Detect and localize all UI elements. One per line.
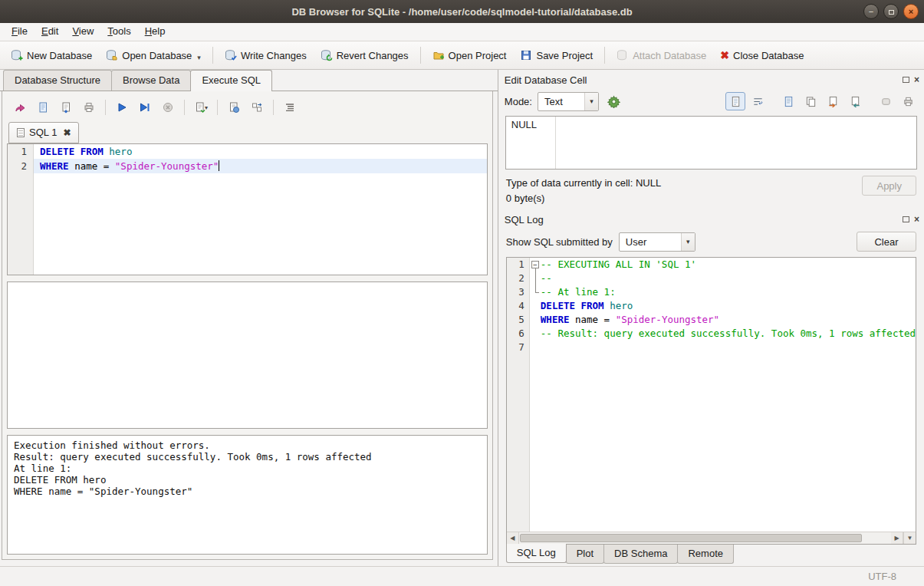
word-wrap-button[interactable] xyxy=(748,92,768,110)
new-database-button[interactable]: New Database xyxy=(5,46,98,64)
sql-tab[interactable]: SQL 1 ✖ xyxy=(8,122,79,143)
log-filter-select[interactable]: User ▾ xyxy=(619,232,695,252)
open-cell-file-button[interactable] xyxy=(778,92,798,110)
sql-tab-close-icon[interactable]: ✖ xyxy=(63,127,71,138)
log-horizontal-scrollbar[interactable]: ◀ ▶ ▼ xyxy=(507,532,916,544)
scrollbar-thumb[interactable] xyxy=(520,534,862,542)
set-null-button[interactable] xyxy=(876,92,896,110)
save-project-button[interactable]: Save Project xyxy=(514,46,599,64)
menu-tools[interactable]: Tools xyxy=(100,23,137,41)
scroll-left-icon[interactable]: ◀ xyxy=(507,532,519,544)
export-dropdown-icon: ▾ xyxy=(205,104,208,111)
revert-changes-button[interactable]: Revert Changes xyxy=(314,46,415,64)
tab-database-structure[interactable]: Database Structure xyxy=(3,70,112,91)
maximize-button[interactable] xyxy=(883,4,899,19)
menu-help[interactable]: Help xyxy=(138,23,173,41)
open-project-button[interactable]: Open Project xyxy=(426,46,513,64)
open-database-dropdown-icon[interactable]: ▾ xyxy=(197,49,201,61)
print-icon xyxy=(903,96,914,107)
tab-sql-log[interactable]: SQL Log xyxy=(506,544,567,563)
toolbar-separator xyxy=(184,100,185,115)
gear-icon xyxy=(607,95,620,108)
close-window-button[interactable]: × xyxy=(903,4,919,19)
message-line: Result: query executed successfully. Too… xyxy=(14,451,481,463)
save-sql-file-button[interactable] xyxy=(56,97,76,117)
write-changes-icon xyxy=(225,49,237,61)
mode-select[interactable]: Text ▾ xyxy=(538,92,599,111)
format-sql-button[interactable] xyxy=(280,97,300,117)
encoding-indicator: UTF-8 xyxy=(868,571,896,582)
log-line-numbers: 1 2 3 4 5 6 7 xyxy=(507,258,530,532)
sql-log-pane: 1 2 3 4 5 6 7 − -- EXECUTING ALL I xyxy=(506,257,916,545)
stop-execution-button[interactable] xyxy=(158,97,178,117)
menubar: File Edit View Tools Help xyxy=(0,23,924,41)
revert-changes-icon xyxy=(321,49,333,61)
cell-info-section: Type of data currently in cell: NULL 0 b… xyxy=(498,170,924,209)
execute-current-line-icon xyxy=(139,101,151,114)
auto-detect-format-button[interactable] xyxy=(604,91,624,111)
scroll-down-icon[interactable]: ▼ xyxy=(903,532,916,544)
mode-label: Mode: xyxy=(505,96,532,107)
tab-db-schema[interactable]: DB Schema xyxy=(603,545,678,564)
titlebar: DB Browser for SQLite - /home/user/code/… xyxy=(0,0,924,23)
text-mode-button[interactable] xyxy=(725,92,745,110)
open-sql-file-button[interactable] xyxy=(33,97,53,117)
import-cell-data-button[interactable] xyxy=(823,92,843,110)
execution-message-pane[interactable]: Execution finished without errors. Resul… xyxy=(7,435,488,555)
toolbar-separator xyxy=(217,100,218,115)
print-sql-button[interactable] xyxy=(79,97,99,117)
close-database-icon: ✖ xyxy=(720,50,729,61)
menu-view[interactable]: View xyxy=(65,23,100,41)
log-filter-label: Show SQL submitted by xyxy=(506,236,613,248)
tab-plot[interactable]: Plot xyxy=(566,545,604,564)
import-icon xyxy=(827,96,839,107)
save-results-view-button[interactable] xyxy=(224,97,244,117)
scroll-right-icon[interactable]: ▶ xyxy=(891,532,903,544)
menu-edit[interactable]: Edit xyxy=(35,23,65,41)
execute-sql-panel: ▾ SQL 1 ✖ 1 D xyxy=(2,91,493,560)
tab-browse-data[interactable]: Browse Data xyxy=(111,70,191,91)
apply-button[interactable]: Apply xyxy=(862,176,916,196)
fold-toggle-icon[interactable]: − xyxy=(531,261,539,268)
write-changes-button[interactable]: Write Changes xyxy=(219,46,313,64)
float-panel-icon[interactable] xyxy=(903,77,909,83)
find-replace-button[interactable] xyxy=(247,97,267,117)
close-panel-icon[interactable]: × xyxy=(914,76,919,84)
minimize-button[interactable]: − xyxy=(863,4,879,19)
copy-cell-button[interactable] xyxy=(801,92,820,110)
tab-execute-sql[interactable]: Execute SQL xyxy=(190,70,272,91)
message-line: WHERE name = "Spider-Youngster" xyxy=(14,486,481,497)
open-file-icon xyxy=(783,96,794,107)
edit-cell-dock-header: Edit Database Cell × xyxy=(498,70,924,88)
attach-database-button[interactable]: Attach Database xyxy=(610,46,712,64)
export-icon xyxy=(850,96,861,107)
open-project-icon xyxy=(432,49,445,61)
text-document-icon xyxy=(730,96,742,107)
open-database-button[interactable]: Open Database ▾ xyxy=(100,46,207,64)
sql-document-icon xyxy=(17,128,25,137)
query-results-pane[interactable] xyxy=(7,281,488,429)
close-database-button[interactable]: ✖ Close Database xyxy=(714,47,810,64)
statusbar: UTF-8 xyxy=(0,566,924,586)
print-cell-button[interactable] xyxy=(898,92,918,110)
tab-remote[interactable]: Remote xyxy=(677,545,734,564)
app-window: DB Browser for SQLite - /home/user/code/… xyxy=(0,0,924,586)
open-database-icon xyxy=(106,49,118,61)
main-area: Database Structure Browse Data Execute S… xyxy=(0,70,498,566)
menu-file[interactable]: File xyxy=(5,23,35,41)
open-sql-new-tab-button[interactable] xyxy=(10,97,30,117)
sql-editor[interactable]: 1 DELETE FROM hero 2 WHERE name = "Spide… xyxy=(7,143,488,275)
editor-line: 1 DELETE FROM hero xyxy=(8,144,487,159)
export-results-button[interactable]: ▾ xyxy=(191,97,211,117)
clear-log-button[interactable]: Clear xyxy=(857,232,916,252)
sql-log-dock-header: SQL Log × xyxy=(498,209,924,228)
export-cell-data-button[interactable] xyxy=(845,92,865,110)
execute-current-line-button[interactable] xyxy=(135,97,155,117)
float-panel-icon[interactable] xyxy=(903,216,909,222)
cell-editor-icon-toolbar xyxy=(725,92,918,110)
close-panel-icon[interactable]: × xyxy=(914,216,919,223)
chevron-down-icon: ▾ xyxy=(590,97,594,105)
dock-tabbar: SQL Log Plot DB Schema Remote xyxy=(498,545,924,566)
cell-value-editor[interactable]: NULL xyxy=(505,116,917,170)
execute-all-button[interactable] xyxy=(112,97,132,117)
